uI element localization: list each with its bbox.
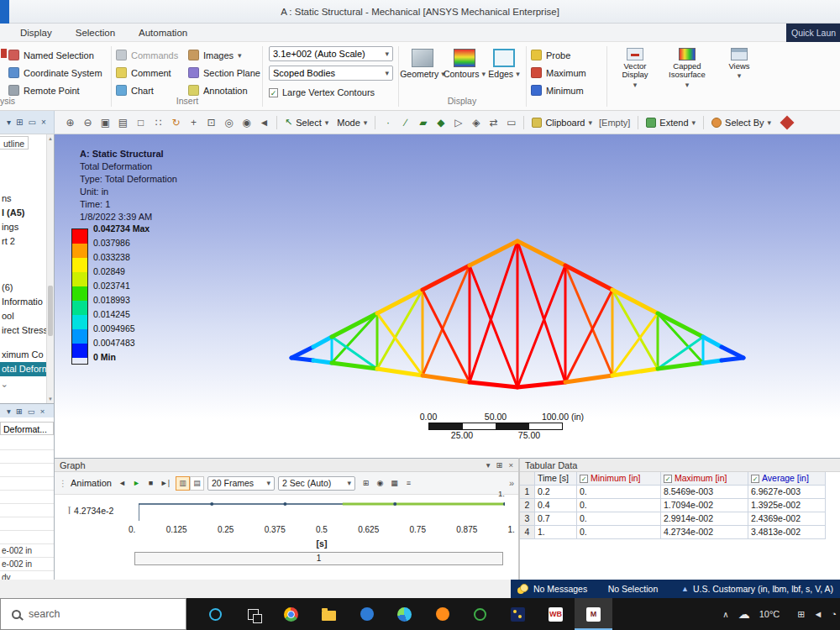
scoped-bodies-combo[interactable]: Scoped Bodies ▾ (269, 66, 393, 81)
outline-item[interactable]: rt 2 (0, 234, 46, 249)
duration-combo[interactable]: 2 Sec (Auto) ▾ (278, 476, 355, 491)
grid-view-icon[interactable]: ▦ (387, 476, 402, 491)
outline-scrollbar[interactable]: ▲ ▼ (46, 134, 54, 403)
outline-item[interactable]: ns (0, 192, 46, 206)
fit-view-icon[interactable]: ◎ (220, 113, 238, 131)
show-vertices-icon[interactable]: ∷ (150, 113, 167, 131)
panel-float-icon[interactable]: ▭ (28, 407, 35, 416)
named-selection-button[interactable]: Named Selection (8, 46, 108, 64)
select-face-icon[interactable]: ▰ (414, 113, 432, 131)
pan-icon[interactable]: + (185, 113, 202, 131)
result-scale-combo[interactable]: 3.1e+002 (Auto Scale) ▾ (269, 46, 393, 61)
list-view-icon[interactable]: ≡ (402, 476, 416, 491)
panel-close-icon[interactable]: × (508, 460, 513, 470)
details-tab[interactable]: Deformat... (0, 422, 54, 435)
maximum-button[interactable]: Maximum (531, 64, 603, 81)
panel-close-icon[interactable]: × (40, 407, 45, 416)
panel-pin-icon[interactable]: ⊞ (16, 118, 23, 127)
panel-pin-icon[interactable]: ⊞ (496, 460, 502, 470)
panel-collapse-icon[interactable]: ▾ (7, 118, 11, 127)
mechanical-icon[interactable]: M (575, 598, 612, 630)
tray-expand-icon[interactable]: ∧ (722, 610, 728, 619)
zoom-in-icon[interactable]: ⊕ (61, 113, 79, 131)
distributed-display-icon[interactable]: ▥ (176, 476, 190, 491)
store-app-icon[interactable] (348, 598, 386, 630)
timeline-display-icon[interactable]: ▤ (190, 476, 204, 491)
images-button[interactable]: Images ▾ (188, 46, 259, 64)
shaded-wireframe-icon[interactable]: ▤ (114, 113, 132, 131)
panel-close-icon[interactable]: × (41, 118, 46, 127)
panel-collapse-icon[interactable]: ▾ (7, 407, 11, 416)
workbench-icon[interactable]: WB (537, 598, 575, 630)
probe-button[interactable]: Probe (531, 46, 603, 64)
scroll-up-icon[interactable]: ▲ (47, 134, 54, 143)
column-header[interactable]: Time [s] (535, 472, 577, 486)
graph-plot-area[interactable]: 1. (139, 499, 505, 523)
shaded-exterior-icon[interactable]: ▣ (97, 113, 114, 131)
panel-float-icon[interactable]: ▭ (28, 118, 35, 127)
previous-view-icon[interactable]: ◄ (255, 113, 273, 131)
tree-expand-icon[interactable]: › (0, 385, 9, 387)
menu-tab-display[interactable]: Display (20, 28, 52, 38)
temperature-label[interactable]: 10°C (759, 609, 780, 619)
comment-button[interactable]: Comment (116, 64, 183, 81)
panel-pin-icon[interactable]: ⊞ (16, 407, 23, 416)
zoom-out-icon[interactable]: ⊖ (79, 113, 97, 131)
cortana-icon[interactable] (197, 598, 234, 630)
play-icon[interactable]: ► (129, 476, 144, 491)
messages-icon[interactable] (517, 584, 529, 594)
edge-icon[interactable] (386, 598, 423, 630)
vector-display-button[interactable]: Vector Display ▾ (612, 46, 659, 90)
zoom-box-icon[interactable]: ⊡ (202, 113, 220, 131)
stop-icon[interactable]: ■ (144, 476, 158, 491)
commands-button[interactable]: Commands (116, 46, 183, 64)
truss-model[interactable] (55, 134, 840, 458)
outline-item[interactable]: ings (0, 220, 46, 234)
section-plane-button[interactable]: Section Plane (188, 64, 259, 81)
coordinate-system-button[interactable]: Coordinate System (8, 64, 108, 81)
outline-item[interactable]: irect Stress (0, 323, 46, 338)
column-header[interactable] (520, 472, 535, 486)
toolbar-overflow-icon[interactable]: » (509, 478, 514, 488)
convert-icon[interactable] (780, 115, 795, 129)
wireframe-icon[interactable]: □ (132, 113, 150, 131)
outline-item[interactable]: ximum Co (0, 348, 46, 362)
table-row[interactable]: 41.0.4.2734e-0023.4813e-002 (520, 526, 840, 539)
table-row[interactable]: 10.20.8.5469e-0036.9627e-003 (520, 486, 840, 499)
export-video-icon[interactable]: ⊞ (359, 476, 373, 491)
views-button[interactable]: Views ▾ (716, 46, 763, 90)
select-vertex-icon[interactable]: · (379, 113, 396, 131)
miscellaneous-icon[interactable]: ▭ (502, 113, 520, 131)
messaging-app-icon[interactable] (461, 598, 499, 630)
panel-collapse-icon[interactable]: ▾ (486, 460, 491, 470)
mode-dropdown[interactable]: Mode ▾ (337, 118, 367, 128)
minimum-button[interactable]: Minimum (531, 81, 603, 99)
column-header[interactable]: ✓Minimum [in] (577, 472, 661, 486)
select-edge-icon[interactable]: ∕ (396, 113, 414, 131)
outline-item[interactable]: Informatio (0, 295, 46, 309)
convert-selection-icon[interactable]: ⇄ (485, 113, 502, 131)
status-messages[interactable]: No Messages (533, 584, 587, 594)
chrome-icon[interactable] (272, 598, 310, 630)
tray-partial-icon[interactable]: ◔ (831, 609, 837, 619)
flood-area-icon[interactable]: ◈ (467, 113, 485, 131)
extend-to-adjacent-icon[interactable]: ▷ (449, 113, 467, 131)
ansys-launcher-icon[interactable] (499, 598, 537, 630)
checkbox-icon[interactable]: ✓ (751, 475, 759, 483)
capped-isosurface-button[interactable]: Capped Isosurface ▾ (664, 46, 711, 90)
contours-button[interactable]: Contours▾ (445, 46, 484, 79)
select-dropdown[interactable]: ↖ Select ▾ (285, 117, 328, 128)
checkbox-icon[interactable]: ✓ (580, 475, 588, 483)
next-frame-icon[interactable]: ►| (158, 476, 172, 491)
network-icon[interactable]: ⊞ (797, 609, 805, 620)
frames-combo[interactable]: 20 Frames ▾ (207, 476, 275, 491)
look-at-icon[interactable]: ◉ (238, 113, 255, 131)
select-body-icon[interactable]: ◆ (432, 113, 449, 131)
viewport[interactable]: A: Static Structural Total DeformationTy… (55, 134, 840, 458)
outline-item[interactable]: (6) (0, 281, 46, 295)
quick-launch-box[interactable]: Quick Laun (786, 24, 840, 42)
rotate-icon[interactable]: ↻ (167, 113, 185, 131)
clipboard-dropdown[interactable]: Clipboard ▾ [Empty] (532, 118, 630, 128)
checkbox-icon[interactable]: ✓ (664, 475, 672, 483)
remote-point-button[interactable]: Remote Point (8, 81, 108, 99)
